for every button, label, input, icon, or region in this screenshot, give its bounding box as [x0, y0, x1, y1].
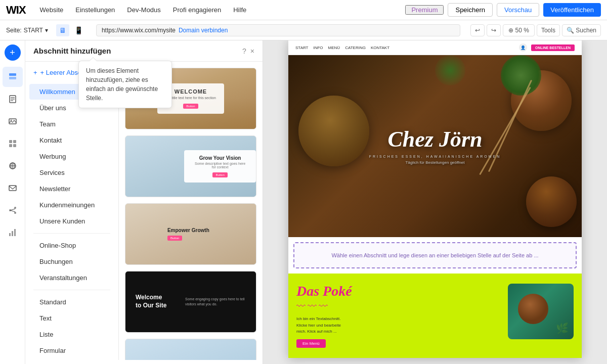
website-frame: START INFO MENÜ CATERING KONTAKT 👤 ONLIN… — [288, 40, 582, 358]
blocks-panel-button[interactable] — [3, 133, 23, 154]
email-panel-button[interactable] — [3, 178, 23, 198]
panel-title: Abschnitt hinzufügen — [33, 47, 111, 55]
mobile-icon: 📱 — [74, 26, 83, 34]
site-order-button[interactable]: ONLINE BESTELLEN — [531, 44, 575, 51]
drop-zone-text: Wähle einen Abschnitt und lege diesen an… — [331, 252, 538, 258]
svg-rect-16 — [9, 186, 16, 191]
url-text: https://www.wix.com/mysite — [102, 27, 176, 34]
page-selector[interactable]: Seite: START ▾ — [6, 27, 48, 34]
email-icon — [8, 184, 17, 193]
top-navigation: WIX Website Einstellungen Dev-Modus Prof… — [0, 0, 607, 20]
template-2-title: Grow Your Vision — [192, 155, 248, 161]
nav-item-profi[interactable]: Profi engagieren — [167, 0, 227, 20]
template-1-button: Button — [183, 104, 198, 109]
template-card-3[interactable]: Empower Growth Button — [125, 203, 256, 265]
premium-button[interactable]: Premium — [405, 5, 444, 15]
poke-cta-button[interactable]: Ein Menü — [296, 339, 326, 348]
preview-button[interactable]: Vorschau — [497, 3, 539, 17]
category-services[interactable]: Services — [29, 165, 114, 180]
save-button[interactable]: Speichern — [448, 3, 493, 17]
panel-header: Abschnitt hinzufügen ? × — [25, 40, 263, 62]
help-icon-button[interactable]: ? — [242, 47, 246, 55]
apps-panel-button[interactable] — [3, 156, 23, 176]
template-preview-4: Welcome to Our Site Some engaging copy g… — [125, 271, 256, 332]
connect-domain-link[interactable]: Domain verbinden — [179, 27, 228, 34]
toolbar-actions: ↩ ↪ ⊕ 50 % Tools 🔍 Suchen — [470, 24, 601, 36]
category-online-shop[interactable]: Online-Shop — [29, 238, 114, 253]
category-standard[interactable]: Standard — [29, 294, 114, 310]
zoom-level: 50 % — [515, 27, 529, 34]
category-newsletter[interactable]: Newsletter — [29, 181, 114, 197]
site-nav-catering: CATERING — [345, 46, 366, 50]
plus-icon: + — [33, 69, 37, 76]
site-nav-info: INFO — [313, 46, 323, 50]
add-section-panel: Abschnitt hinzufügen ? × + + Leerer Absc… — [25, 40, 263, 364]
garnish-top-right — [501, 55, 541, 96]
svg-rect-24 — [14, 229, 16, 236]
search-button[interactable]: 🔍 Suchen — [562, 24, 601, 36]
nav-item-website[interactable]: Website — [34, 0, 70, 20]
sections-icon — [8, 72, 17, 81]
drop-zone-banner[interactable]: Wähle einen Abschnitt und lege diesen an… — [293, 242, 577, 268]
bowl-right-bottom — [526, 176, 577, 227]
icon-sidebar: + — [0, 40, 25, 364]
template-3-title: Empower Growth — [167, 228, 214, 233]
template-4-left: Welcome to Our Site — [136, 294, 166, 309]
template-card-2[interactable]: Grow Your Vision Some descriptive text g… — [125, 135, 256, 197]
category-unsere-kunden[interactable]: Unsere Kunden — [29, 213, 114, 229]
drag-tooltip: Um dieses Element hinzuzufügen, ziehe es… — [78, 61, 172, 108]
template-4-title: Welcome to Our Site — [136, 294, 166, 309]
site-nav-kontakt: KONTAKT — [371, 46, 389, 50]
device-switcher: 🖥 📱 — [56, 24, 86, 36]
template-card-4[interactable]: Welcome to Our Site Some engaging copy g… — [125, 271, 256, 333]
canvas-inner: START INFO MENÜ CATERING KONTAKT 👤 ONLIN… — [263, 40, 607, 364]
nav-right-actions: Premium Speichern Vorschau Veröffentlich… — [405, 3, 601, 17]
category-buchungen[interactable]: Buchungen — [29, 254, 114, 269]
category-kundenmeinungen[interactable]: Kundenmeinungen — [29, 197, 114, 213]
template-card-5[interactable]: Welcome Some engaging subtitle text here — [125, 339, 256, 360]
site-nav-right: 👤 ONLINE BESTELLEN — [519, 43, 575, 52]
analytics-panel-button[interactable] — [3, 222, 23, 243]
apps-icon — [8, 161, 17, 170]
template-preview-3: Empower Growth Button — [125, 204, 256, 264]
media-panel-button[interactable] — [3, 111, 23, 131]
template-4-body: Some engaging copy goes here to tell vis… — [185, 297, 246, 307]
desktop-view-button[interactable]: 🖥 — [56, 24, 69, 36]
mobile-view-button[interactable]: 📱 — [71, 24, 86, 36]
page-label: Seite: — [6, 27, 22, 34]
add-section-icon-button[interactable]: + — [5, 44, 21, 61]
category-veranstaltungen[interactable]: Veranstaltungen — [29, 270, 114, 286]
search-icon: 🔍 — [567, 27, 574, 34]
zoom-icon: ⊕ — [508, 27, 513, 34]
pages-panel-button[interactable] — [3, 89, 23, 109]
divider-2 — [33, 290, 110, 290]
social-panel-button[interactable] — [3, 200, 23, 220]
nav-item-einstellungen[interactable]: Einstellungen — [69, 0, 121, 20]
nav-item-dev-modus[interactable]: Dev-Modus — [121, 0, 166, 20]
panel-header-icons: ? × — [242, 47, 254, 55]
sections-panel-button[interactable] — [3, 67, 23, 87]
nav-item-hilfe[interactable]: Hilfe — [227, 0, 252, 20]
hero-tagline: Täglich für Bestellungen geöffnet — [364, 160, 506, 165]
site-user-icon: 👤 — [519, 43, 527, 52]
category-team[interactable]: Team — [29, 116, 114, 132]
category-werbung[interactable]: Werbung — [29, 149, 114, 164]
tools-button[interactable]: Tools — [537, 24, 560, 36]
category-formular[interactable]: Formular — [29, 343, 114, 358]
site-nav-links: START INFO MENÜ CATERING KONTAKT — [295, 46, 389, 50]
garnish-top-mid — [435, 55, 465, 85]
category-text[interactable]: Text — [29, 310, 114, 326]
template-preview-2: Grow Your Vision Some descriptive text g… — [125, 136, 256, 197]
svg-rect-23 — [12, 231, 13, 236]
poke-text-column: Das Poké 〰〰〰 Ich bin ein Textabschnitt. … — [296, 284, 502, 348]
category-liste[interactable]: Liste — [29, 327, 114, 342]
undo-button[interactable]: ↩ — [470, 24, 485, 36]
zoom-button[interactable]: ⊕ 50 % — [503, 24, 535, 36]
category-kontakt[interactable]: Kontakt — [29, 132, 114, 148]
bowl-left — [298, 96, 369, 166]
divider-1 — [33, 233, 110, 234]
close-icon-button[interactable]: × — [250, 47, 254, 55]
redo-button[interactable]: ↪ — [487, 24, 501, 36]
undo-icon: ↩ — [475, 27, 480, 34]
publish-button[interactable]: Veröffentlichen — [543, 3, 601, 17]
